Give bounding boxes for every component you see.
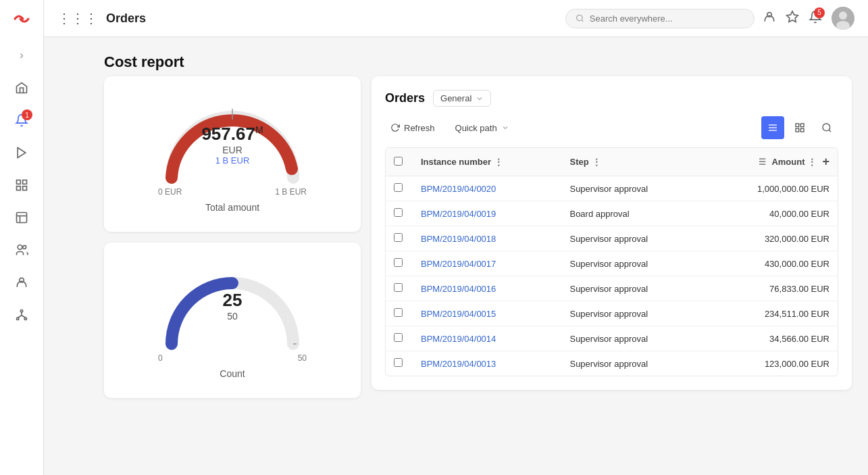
page-title: Cost report <box>104 53 852 71</box>
toolbar-right <box>761 116 838 139</box>
sidebar-chevron[interactable]: › <box>8 42 35 69</box>
sidebar-item-home[interactable] <box>8 74 35 101</box>
instance-cell: BPM/2019/04/0014 <box>413 326 561 351</box>
svg-marker-0 <box>18 148 26 158</box>
svg-point-8 <box>18 245 22 250</box>
instance-number-header: Instance number <box>421 157 491 167</box>
row-checkbox-cell <box>386 176 413 201</box>
instance-cell: BPM/2019/04/0019 <box>413 201 561 226</box>
orders-table: Instance number ⋮ Step ⋮ <box>386 148 838 376</box>
svg-rect-32 <box>800 128 804 132</box>
svg-rect-4 <box>17 186 21 191</box>
instance-link-3[interactable]: BPM/2019/04/0017 <box>421 259 496 269</box>
svg-rect-3 <box>23 186 27 191</box>
topbar-actions: 5 <box>763 7 854 30</box>
table-row: BPM/2019/04/0013 Supervisor approval 123… <box>386 351 838 376</box>
search-box[interactable] <box>565 9 755 28</box>
sidebar-item-reports[interactable] <box>8 204 35 231</box>
instance-link-6[interactable]: BPM/2019/04/0014 <box>421 334 496 344</box>
search-input[interactable] <box>590 14 744 24</box>
row-checkbox-2[interactable] <box>394 233 403 242</box>
row-checkbox-7[interactable] <box>394 358 403 367</box>
sidebar-item-dashboard[interactable] <box>8 172 35 199</box>
svg-point-9 <box>23 245 26 249</box>
quick-path-chevron-icon <box>501 124 509 132</box>
svg-line-15 <box>18 316 22 318</box>
orders-panel-title: Orders <box>385 91 425 105</box>
row-checkbox-3[interactable] <box>394 258 403 267</box>
svg-rect-30 <box>800 124 804 127</box>
sidebar-item-notifications[interactable]: 1 <box>8 107 35 134</box>
row-checkbox-0[interactable] <box>394 183 403 192</box>
amount-cell: 430,000.00 EUR <box>704 251 838 276</box>
instance-cell: BPM/2019/04/0016 <box>413 276 561 301</box>
list-view-button[interactable] <box>761 116 784 139</box>
refresh-button[interactable]: Refresh <box>385 120 440 136</box>
sidebar-item-people[interactable] <box>8 269 35 296</box>
svg-line-18 <box>582 20 583 21</box>
sidebar-item-org[interactable] <box>8 301 35 328</box>
amount-gauge: 957.67M EUR 1 B EUR <box>158 97 307 184</box>
amount-cell: 34,566.00 EUR <box>704 326 838 351</box>
amount-filter-icon[interactable]: ☰ <box>759 157 766 167</box>
star-icon[interactable] <box>786 10 799 27</box>
row-checkbox-4[interactable] <box>394 283 403 292</box>
dropdown-chevron-icon <box>476 95 484 103</box>
quick-path-button[interactable]: Quick path <box>450 120 515 136</box>
sidebar-item-run[interactable] <box>8 139 35 166</box>
row-checkbox-cell <box>386 301 413 326</box>
step-cell: Supervisor approval <box>561 326 704 351</box>
apps-menu-button[interactable]: ⋮⋮⋮ <box>57 10 98 26</box>
step-menu-icon[interactable]: ⋮ <box>592 157 601 168</box>
orders-general-dropdown[interactable]: General <box>433 90 491 107</box>
instance-cell: BPM/2019/04/0017 <box>413 251 561 276</box>
instance-link-5[interactable]: BPM/2019/04/0015 <box>421 309 496 319</box>
instance-cell: BPM/2019/04/0013 <box>413 351 561 376</box>
person-icon[interactable] <box>763 10 776 27</box>
table-row: BPM/2019/04/0020 Supervisor approval 1,0… <box>386 176 838 201</box>
amount-menu-icon[interactable]: ⋮ <box>807 157 817 168</box>
step-cell: Supervisor approval <box>561 351 704 376</box>
instance-link-2[interactable]: BPM/2019/04/0018 <box>421 234 496 244</box>
quick-path-label: Quick path <box>455 123 497 133</box>
table-header-row: Instance number ⋮ Step ⋮ <box>386 148 838 176</box>
amount-cell: 320,000.00 EUR <box>704 226 838 251</box>
user-avatar[interactable] <box>832 7 854 30</box>
row-checkbox-cell <box>386 276 413 301</box>
amount-header: Amount <box>771 157 805 167</box>
instance-link-7[interactable]: BPM/2019/04/0013 <box>421 359 496 369</box>
row-checkbox-6[interactable] <box>394 333 403 342</box>
amount-cell: 1,000,000.00 EUR <box>704 176 838 201</box>
search-table-button[interactable] <box>815 116 838 139</box>
amount-cell: 76,833.00 EUR <box>704 276 838 301</box>
select-all-checkbox[interactable] <box>394 157 403 166</box>
add-column-button[interactable]: + <box>822 155 829 169</box>
count-card: 25 50 0 50 Count <box>104 243 361 398</box>
step-column: Step ⋮ <box>561 148 704 176</box>
row-checkbox-cell <box>386 326 413 351</box>
notifications-icon[interactable]: 5 <box>809 10 822 27</box>
notification-badge: 1 <box>22 109 32 120</box>
instance-link-4[interactable]: BPM/2019/04/0016 <box>421 284 496 294</box>
count-value: 25 <box>158 290 307 311</box>
step-cell: Board approval <box>561 201 704 226</box>
count-title: Count <box>220 368 245 379</box>
instance-number-menu-icon[interactable]: ⋮ <box>494 157 503 168</box>
step-cell: Supervisor approval <box>561 301 704 326</box>
instance-link-1[interactable]: BPM/2019/04/0019 <box>421 209 496 219</box>
sidebar-item-group[interactable] <box>8 236 35 264</box>
step-header: Step <box>569 157 588 167</box>
table-row: BPM/2019/04/0014 Supervisor approval 34,… <box>386 326 838 351</box>
row-checkbox-1[interactable] <box>394 208 403 217</box>
svg-point-11 <box>20 310 22 312</box>
instance-link-0[interactable]: BPM/2019/04/0020 <box>421 184 496 194</box>
table-row: BPM/2019/04/0015 Supervisor approval 234… <box>386 301 838 326</box>
row-checkbox-cell <box>386 201 413 226</box>
row-checkbox-5[interactable] <box>394 308 403 317</box>
app-logo[interactable] <box>9 7 34 31</box>
grid-view-button[interactable] <box>788 116 811 139</box>
count-max: 50 <box>158 311 307 322</box>
select-all-column <box>386 148 413 176</box>
instance-cell: BPM/2019/04/0018 <box>413 226 561 251</box>
topbar-notification-count: 5 <box>814 7 825 18</box>
